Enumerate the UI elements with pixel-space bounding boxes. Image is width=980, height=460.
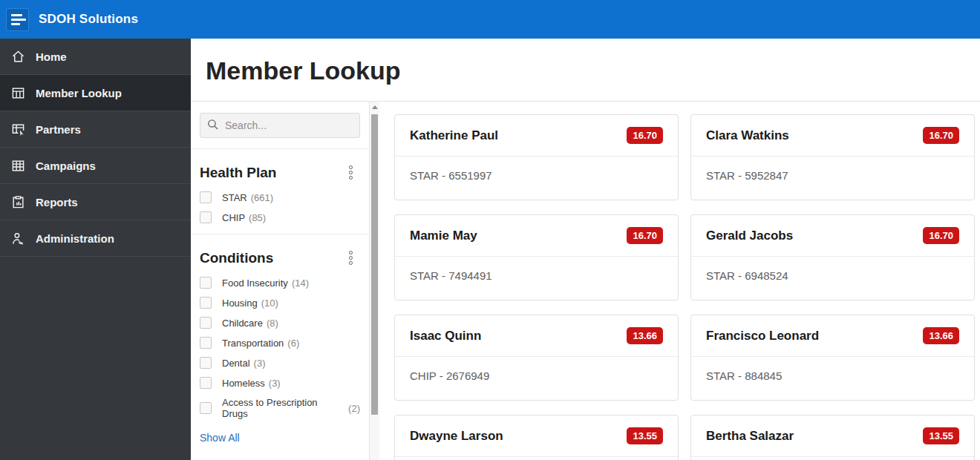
member-plan: STAR - 5952847 (691, 157, 974, 194)
risk-score-badge: 16.70 (627, 227, 663, 244)
option-count: (14) (292, 277, 309, 289)
filter-option-transportation[interactable]: Transportation (6) (200, 337, 360, 349)
sidebar-item-campaigns[interactable]: Campaigns (0, 148, 191, 184)
checkbox[interactable] (200, 277, 212, 289)
filter-option-childcare[interactable]: Childcare (8) (200, 317, 360, 329)
filter-option-dental[interactable]: Dental (3) (200, 357, 360, 369)
member-card[interactable]: Clara Watkins 16.70 STAR - 5952847 (690, 114, 975, 200)
scroll-up-arrow-icon (372, 105, 378, 109)
top-app-bar: SDOH Solutions (0, 0, 980, 39)
checkbox[interactable] (200, 211, 212, 223)
filter-option-housing[interactable]: Housing (10) (200, 297, 360, 309)
conditions-section-title: Conditions (200, 250, 273, 266)
sidebar-item-label: Reports (36, 196, 78, 208)
home-icon (10, 49, 25, 64)
search-icon (206, 118, 219, 134)
option-count: (6) (287, 338, 299, 349)
health-plan-kebab-menu-icon[interactable] (347, 164, 354, 181)
member-plan: STAR - 6948524 (691, 257, 974, 295)
reports-icon (10, 194, 25, 209)
health-plan-section-title: Health Plan (200, 165, 276, 181)
divider (191, 234, 369, 234)
menu-toggle-button[interactable] (6, 8, 29, 31)
member-plan: CHIP - 2676949 (395, 357, 678, 395)
filter-option-star[interactable]: STAR (661) (200, 191, 360, 203)
risk-score-badge: 16.70 (923, 227, 959, 244)
show-all-link[interactable]: Show All (200, 432, 240, 444)
sidebar-item-label: Partners (36, 123, 81, 136)
filter-panel: Health Plan STAR (661) CHIP (85) Condi (191, 102, 370, 460)
option-count: (2) (348, 403, 360, 414)
health-plan-options: STAR (661) CHIP (85) (200, 191, 360, 223)
risk-score-badge: 13.55 (923, 427, 959, 444)
member-name: Bertha Salazar (706, 429, 794, 444)
sidebar-item-reports[interactable]: Reports (0, 184, 191, 220)
member-card[interactable]: Francisco Leonard 13.66 STAR - 884845 (690, 315, 975, 401)
search-input[interactable] (225, 119, 353, 131)
sidebar-item-home[interactable]: Home (0, 39, 191, 75)
option-count: (661) (251, 192, 273, 203)
risk-score-badge: 13.55 (627, 427, 663, 444)
risk-score-badge: 16.70 (627, 127, 663, 144)
administration-icon (10, 231, 25, 246)
member-name: Clara Watkins (706, 128, 789, 143)
sidebar-nav: Home Member Lookup Partners Campaigns (0, 39, 191, 460)
main-content: Member Lookup Health Plan (191, 39, 980, 460)
member-card[interactable]: Dwayne Larson 13.55 (394, 415, 679, 460)
member-plan (691, 457, 974, 460)
risk-score-badge: 13.66 (627, 327, 663, 344)
member-card[interactable]: Bertha Salazar 13.55 (690, 415, 975, 460)
menu-icon (11, 14, 22, 16)
page-title: Member Lookup (206, 56, 980, 85)
member-plan: STAR - 6551997 (395, 157, 678, 194)
conditions-options: Food Insecurity (14) Housing (10) Childc… (200, 277, 360, 419)
conditions-kebab-menu-icon[interactable] (347, 249, 354, 266)
member-card[interactable]: Katherine Paul 16.70 STAR - 6551997 (394, 114, 679, 200)
checkbox[interactable] (200, 317, 212, 329)
member-card[interactable]: Mamie May 16.70 STAR - 7494491 (394, 214, 679, 300)
filter-option-homeless[interactable]: Homeless (3) (200, 377, 360, 389)
member-name: Francisco Leonard (706, 329, 819, 344)
checkbox[interactable] (200, 337, 212, 349)
member-plan: STAR - 7494491 (395, 257, 678, 295)
campaigns-icon (10, 158, 25, 173)
option-count: (3) (269, 378, 281, 389)
risk-score-badge: 13.66 (923, 327, 959, 344)
page-header: Member Lookup (191, 39, 980, 102)
member-name: Gerald Jacobs (706, 229, 793, 243)
option-count: (8) (267, 318, 278, 329)
sidebar-item-member-lookup[interactable]: Member Lookup (0, 75, 191, 111)
member-plan (395, 457, 678, 460)
checkbox[interactable] (200, 297, 212, 309)
filter-option-chip[interactable]: CHIP (85) (200, 211, 360, 223)
option-count: (85) (249, 212, 266, 223)
checkbox[interactable] (200, 191, 212, 203)
sidebar-item-label: Campaigns (36, 160, 96, 172)
scrollbar-thumb[interactable] (371, 114, 378, 415)
sidebar-item-partners[interactable]: Partners (0, 111, 191, 148)
search-box (200, 113, 360, 138)
app-title: SDOH Solutions (39, 12, 138, 27)
member-name: Katherine Paul (410, 128, 498, 143)
member-card[interactable]: Isaac Quinn 13.66 CHIP - 2676949 (394, 315, 679, 401)
member-lookup-icon (10, 85, 25, 100)
partners-icon (10, 122, 25, 137)
option-count: (3) (254, 358, 266, 369)
checkbox[interactable] (200, 402, 212, 414)
member-card[interactable]: Gerald Jacobs 16.70 STAR - 6948524 (690, 214, 975, 300)
filter-option-food-insecurity[interactable]: Food Insecurity (14) (200, 277, 360, 289)
member-results-grid: Katherine Paul 16.70 STAR - 6551997 Clar… (379, 102, 980, 460)
sidebar-item-label: Administration (36, 232, 114, 245)
member-name: Isaac Quinn (410, 329, 481, 344)
checkbox[interactable] (200, 357, 212, 369)
divider (191, 148, 369, 149)
checkbox[interactable] (200, 377, 212, 389)
sidebar-item-label: Home (36, 50, 67, 63)
results-scrollbar[interactable] (370, 102, 379, 460)
scrollbar-up-button[interactable] (370, 102, 379, 113)
sidebar-item-administration[interactable]: Administration (0, 220, 191, 257)
filter-option-access-to-prescription-drugs[interactable]: Access to Prescription Drugs (2) (200, 397, 360, 419)
risk-score-badge: 16.70 (923, 127, 959, 144)
member-name: Dwayne Larson (410, 429, 503, 444)
member-name: Mamie May (410, 229, 477, 243)
